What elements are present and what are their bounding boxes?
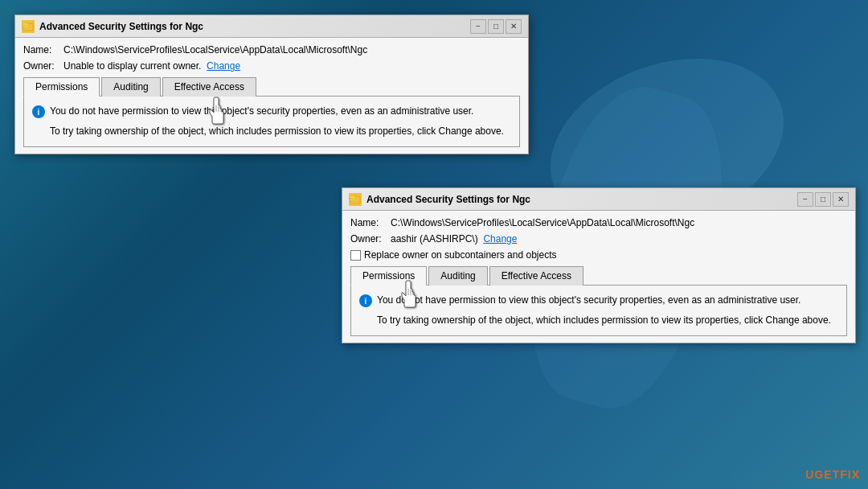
info-icon-2: i xyxy=(359,294,372,307)
title-bar-buttons-1: − □ ✕ xyxy=(470,19,522,34)
window-title-1: Advanced Security Settings for Ngc xyxy=(39,21,470,32)
svg-rect-2 xyxy=(23,25,27,26)
name-value-1: C:\Windows\ServiceProfiles\LocalService\… xyxy=(63,44,520,55)
svg-rect-8 xyxy=(350,198,354,199)
window-content-1: Name: C:\Windows\ServiceProfiles\LocalSe… xyxy=(15,38,528,154)
info-text-1: You do not have permission to view this … xyxy=(50,105,473,118)
window-icon-2 xyxy=(349,193,362,206)
owner-value-1: Unable to display current owner. Change xyxy=(63,60,520,72)
tabs-container-2: Permissions Auditing Effective Access xyxy=(350,265,847,285)
tab-panel-2: i You do not have permission to view thi… xyxy=(350,285,847,336)
owner-row-1: Owner: Unable to display current owner. … xyxy=(23,60,520,72)
info-note-2: To try taking ownership of the object, w… xyxy=(377,314,838,327)
watermark: UGETFIX xyxy=(805,468,860,481)
maximize-btn-2[interactable]: □ xyxy=(815,192,831,207)
name-label-2: Name: xyxy=(350,217,391,228)
info-text-2: You do not have permission to view this … xyxy=(377,294,800,307)
minimize-btn-1[interactable]: − xyxy=(470,19,486,34)
window-1: Advanced Security Settings for Ngc − □ ✕… xyxy=(14,14,529,154)
tab-panel-1: i You do not have permission to view thi… xyxy=(23,96,520,147)
window-title-2: Advanced Security Settings for Ngc xyxy=(366,194,797,205)
checkbox-row-2: Replace owner on subcontainers and objec… xyxy=(350,249,847,261)
name-row-2: Name: C:\Windows\ServiceProfiles\LocalSe… xyxy=(350,217,847,228)
change-link-1[interactable]: Change xyxy=(207,60,240,72)
name-row-1: Name: C:\Windows\ServiceProfiles\LocalSe… xyxy=(23,44,520,55)
info-icon-1: i xyxy=(32,105,45,118)
window-2: Advanced Security Settings for Ngc − □ ✕… xyxy=(342,187,856,343)
owner-row-2: Owner: aashir (AASHIRPC\) Change xyxy=(350,233,847,244)
title-bar-1[interactable]: Advanced Security Settings for Ngc − □ ✕ xyxy=(15,15,528,38)
tab-effective-2[interactable]: Effective Access xyxy=(489,266,583,286)
name-label-1: Name: xyxy=(23,44,63,55)
tab-permissions-1[interactable]: Permissions xyxy=(23,77,100,97)
replace-owner-label: Replace owner on subcontainers and objec… xyxy=(364,249,556,261)
window-icon-1 xyxy=(22,20,35,33)
maximize-btn-1[interactable]: □ xyxy=(488,19,504,34)
tabs-container-1: Permissions Auditing Effective Access xyxy=(23,76,520,96)
window-content-2: Name: C:\Windows\ServiceProfiles\LocalSe… xyxy=(342,211,855,343)
close-btn-1[interactable]: ✕ xyxy=(506,19,522,34)
info-box-2: i You do not have permission to view thi… xyxy=(359,294,838,307)
tab-auditing-1[interactable]: Auditing xyxy=(101,77,160,97)
info-note-1: To try taking ownership of the object, w… xyxy=(50,125,511,138)
title-bar-2[interactable]: Advanced Security Settings for Ngc − □ ✕ xyxy=(342,188,855,211)
owner-value-2: aashir (AASHIRPC\) Change xyxy=(391,233,847,244)
name-value-2: C:\Windows\ServiceProfiles\LocalService\… xyxy=(391,217,847,228)
tab-effective-1[interactable]: Effective Access xyxy=(162,77,256,97)
tab-permissions-2[interactable]: Permissions xyxy=(350,266,427,286)
owner-label-1: Owner: xyxy=(23,60,63,72)
replace-owner-checkbox[interactable] xyxy=(350,250,361,261)
minimize-btn-2[interactable]: − xyxy=(797,192,813,207)
info-box-1: i You do not have permission to view thi… xyxy=(32,105,511,118)
watermark-highlight: ET xyxy=(824,468,840,481)
tab-auditing-2[interactable]: Auditing xyxy=(428,266,487,286)
title-bar-buttons-2: − □ ✕ xyxy=(797,192,849,207)
owner-label-2: Owner: xyxy=(350,233,391,244)
watermark-suffix: FIX xyxy=(840,468,860,481)
change-link-2[interactable]: Change xyxy=(483,233,517,244)
watermark-prefix: UG xyxy=(805,468,824,481)
close-btn-2[interactable]: ✕ xyxy=(833,192,849,207)
